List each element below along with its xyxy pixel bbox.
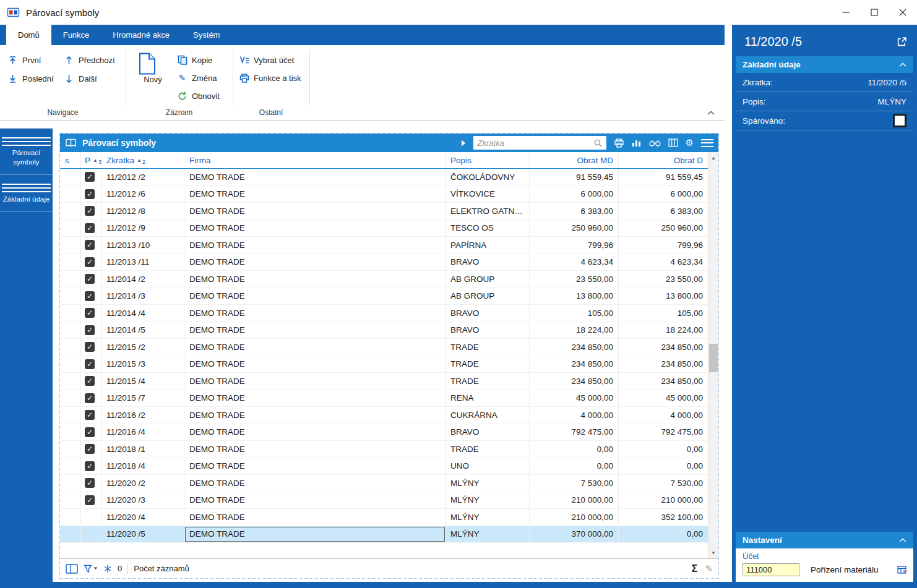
columns-icon[interactable] (668, 138, 678, 147)
last-button[interactable]: Poslední (7, 71, 54, 86)
chevron-up-icon[interactable] (899, 62, 906, 67)
table-row[interactable]: ✓ 11/2012 /9 DEMO TRADE TESCO OS 250 960… (60, 220, 708, 237)
row-checkbox[interactable]: ✓ (85, 359, 95, 369)
row-checkbox[interactable]: ✓ (85, 274, 95, 284)
row-check-cell[interactable]: ✓ (81, 390, 101, 407)
chevron-up-icon[interactable] (899, 538, 906, 542)
table-row[interactable]: 11/2020 /4 DEMO TRADE MLÝNY 210 000,00 3… (60, 509, 708, 526)
row-check-cell[interactable]: ✓ (81, 305, 101, 322)
row-check-cell[interactable]: ✓ (81, 169, 101, 185)
section-nastaveni[interactable]: Nastavení (736, 532, 913, 548)
search-icon[interactable] (594, 139, 602, 147)
table-row[interactable]: ✓ 11/2014 /3 DEMO TRADE AB GROUP 13 800,… (60, 288, 708, 305)
vertical-scrollbar[interactable]: ▲ ▼ (708, 152, 718, 558)
maximize-button[interactable] (860, 0, 889, 25)
table-row[interactable]: ✓ 11/2016 /4 DEMO TRADE BRAVO 792 475,00… (60, 424, 708, 441)
row-checkbox[interactable]: ✓ (85, 410, 95, 420)
row-check-cell[interactable]: ✓ (81, 407, 101, 424)
table-row[interactable]: 11/2020 /5 DEMO TRADE MLÝNY 370 000,00 0… (60, 526, 708, 543)
table-row[interactable]: ✓ 11/2014 /4 DEMO TRADE BRAVO 105,00 105… (60, 305, 708, 322)
search-input[interactable]: Zkratka (473, 136, 606, 150)
column-header-obrat-d[interactable]: Obrat D (619, 152, 708, 168)
row-checkbox[interactable]: ✓ (85, 291, 95, 301)
sidebar-item-parovaci-symboly[interactable]: Párovací symboly (0, 128, 53, 175)
table-row[interactable]: ✓ 11/2015 /4 DEMO TRADE TRADE 234 850,00… (60, 373, 708, 390)
table-row[interactable]: ✓ 11/2014 /5 DEMO TRADE BRAVO 18 224,00 … (60, 322, 708, 339)
column-header-zkratka[interactable]: Zkratka▲2 (101, 152, 184, 168)
scroll-down-icon[interactable]: ▼ (708, 548, 718, 558)
row-check-cell[interactable]: ✓ (81, 220, 101, 237)
table-row[interactable]: ✓ 11/2014 /2 DEMO TRADE AB GROUP 23 550,… (60, 271, 708, 288)
next-button[interactable]: Další (64, 71, 97, 86)
row-checkbox[interactable]: ✓ (85, 342, 95, 352)
column-header-firma[interactable]: Firma (184, 152, 446, 168)
tab-funkce[interactable]: Funkce (51, 25, 101, 45)
row-check-cell[interactable] (81, 509, 101, 526)
row-checkbox[interactable]: ✓ (85, 172, 95, 182)
row-check-cell[interactable]: ✓ (81, 339, 101, 356)
account-code-input[interactable] (743, 563, 799, 576)
table-row[interactable]: ✓ 11/2012 /8 DEMO TRADE ELEKTRO GATN… 6 … (60, 203, 708, 220)
tab-hromadne-akce[interactable]: Hromadné akce (101, 25, 181, 45)
row-check-cell[interactable]: ✓ (81, 237, 101, 254)
row-check-cell[interactable]: ✓ (81, 288, 101, 305)
table-row[interactable]: ✓ 11/2018 /1 DEMO TRADE TRADE 0,00 0,00 (60, 441, 708, 458)
row-checkbox[interactable]: ✓ (85, 376, 95, 386)
row-check-cell[interactable]: ✓ (81, 441, 101, 458)
row-checkbox[interactable]: ✓ (85, 206, 95, 216)
row-checkbox[interactable]: ✓ (85, 478, 95, 488)
filter-icon[interactable] (84, 565, 98, 573)
table-row[interactable]: ✓ 11/2012 /2 DEMO TRADE ČOKOLÁDOVNY 91 5… (60, 169, 708, 186)
select-account-button[interactable]: Vybrat účet (239, 53, 294, 67)
row-checkbox[interactable]: ✓ (85, 495, 95, 505)
edit-icon[interactable]: ✎ (705, 563, 713, 574)
account-select-icon[interactable] (897, 566, 906, 574)
row-check-cell[interactable]: ✓ (81, 458, 101, 475)
snowflake-icon[interactable] (103, 565, 112, 573)
previous-button[interactable]: Předchozí (64, 53, 115, 67)
functions-print-button[interactable]: Funkce a tisk (239, 70, 301, 85)
table-row[interactable]: ✓ 11/2015 /2 DEMO TRADE TRADE 234 850,00… (60, 339, 708, 356)
row-checkbox[interactable]: ✓ (85, 189, 95, 199)
table-row[interactable]: ✓ 11/2013 /10 DEMO TRADE PAPÍRNA 799,96 … (60, 237, 708, 254)
row-check-cell[interactable]: ✓ (81, 186, 101, 203)
column-header-popis[interactable]: Popis (446, 152, 530, 168)
minimize-button[interactable] (832, 0, 860, 25)
row-checkbox[interactable]: ✓ (85, 461, 95, 471)
row-checkbox[interactable]: ✓ (85, 308, 95, 318)
grid-menu-icon[interactable] (701, 137, 713, 149)
row-check-cell[interactable] (81, 526, 101, 543)
change-button[interactable]: ✎ Změna (177, 70, 217, 85)
gear-icon[interactable]: ⚙ (686, 137, 694, 148)
sum-icon[interactable]: Σ (692, 563, 698, 574)
row-checkbox[interactable]: ✓ (85, 444, 95, 454)
table-row[interactable]: ✓ 11/2015 /3 DEMO TRADE TRADE 234 850,00… (60, 356, 708, 373)
row-check-cell[interactable]: ✓ (81, 322, 101, 339)
column-header-s[interactable]: s (60, 152, 81, 168)
table-row[interactable]: ✓ 11/2012 /6 DEMO TRADE VÍTKOVICE 6 000,… (60, 186, 708, 203)
sparovano-checkbox[interactable] (893, 114, 906, 127)
grid-view-icon[interactable] (66, 564, 78, 574)
scroll-up-icon[interactable]: ▲ (708, 153, 718, 163)
table-row[interactable]: ✓ 11/2016 /2 DEMO TRADE CUKRÁRNA 4 000,0… (60, 407, 708, 424)
row-checkbox[interactable]: ✓ (85, 223, 95, 233)
row-checkbox[interactable]: ✓ (85, 240, 95, 250)
row-checkbox[interactable]: ✓ (85, 427, 95, 437)
close-button[interactable] (889, 0, 917, 25)
column-header-obrat-md[interactable]: Obrat MD (530, 152, 619, 168)
row-checkbox[interactable]: ✓ (85, 393, 95, 403)
chart-icon[interactable] (632, 138, 642, 147)
binoculars-icon[interactable] (649, 139, 661, 147)
row-checkbox[interactable]: ✓ (85, 325, 95, 335)
row-check-cell[interactable]: ✓ (81, 203, 101, 219)
refresh-button[interactable]: Obnovit (177, 88, 220, 103)
row-check-cell[interactable]: ✓ (81, 271, 101, 288)
collapse-ribbon-icon[interactable] (707, 111, 715, 115)
tab-domu[interactable]: Domů (6, 25, 51, 45)
row-check-cell[interactable]: ✓ (81, 254, 101, 271)
tab-system[interactable]: Systém (181, 25, 231, 45)
print-icon[interactable] (614, 138, 624, 148)
expand-arrow-icon[interactable] (461, 140, 466, 147)
row-check-cell[interactable]: ✓ (81, 373, 101, 390)
first-button[interactable]: První (7, 53, 41, 67)
